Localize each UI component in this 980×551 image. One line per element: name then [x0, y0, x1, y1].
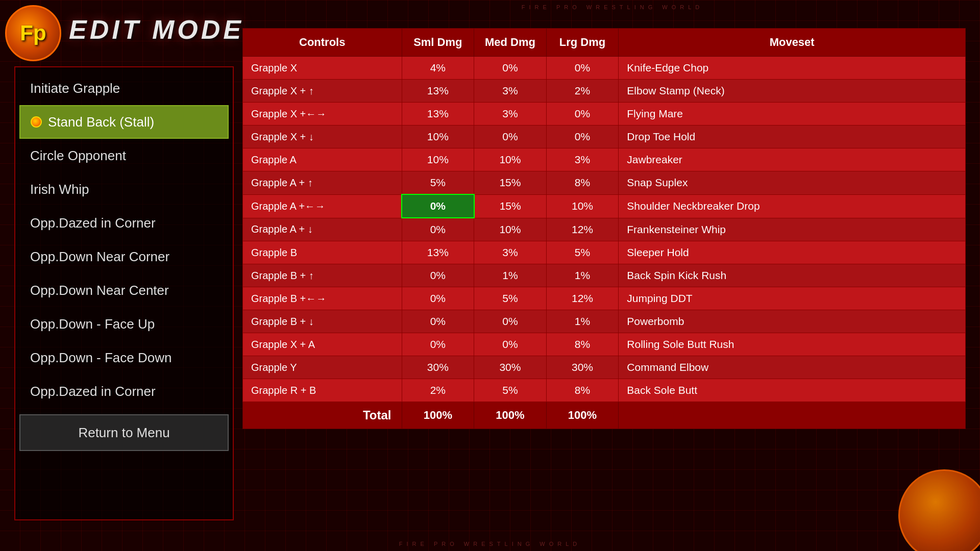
- table-row[interactable]: Grapple X4%0%0%Knife-Edge Chop: [243, 57, 966, 80]
- cell-med-dmg: 3%: [474, 241, 547, 264]
- cell-med-dmg: 0%: [474, 310, 547, 333]
- cell-med-dmg: 15%: [474, 194, 547, 218]
- sidebar-item-label: Opp.Dazed in Corner: [30, 215, 156, 231]
- table-row[interactable]: Grapple R + B2%5%8%Back Sole Butt: [243, 379, 966, 402]
- table-row[interactable]: Grapple X + ↓10%0%0%Drop Toe Hold: [243, 126, 966, 148]
- cell-med-dmg: 1%: [474, 264, 547, 287]
- table-row[interactable]: Grapple A10%10%3%Jawbreaker: [243, 148, 966, 171]
- cell-lrg-dmg: 10%: [546, 194, 619, 218]
- cell-sml-dmg: 0%: [402, 264, 474, 287]
- cell-sml-dmg: 13%: [402, 103, 474, 126]
- cell-controls: Grapple X + A: [243, 333, 402, 356]
- cell-lrg-dmg: 0%: [546, 103, 619, 126]
- sidebar-item-stand-back-stall[interactable]: Stand Back (Stall): [19, 105, 229, 139]
- sidebar-item-initiate-grapple[interactable]: Initiate Grapple: [19, 71, 229, 105]
- cell-sml-dmg: 13%: [402, 80, 474, 103]
- cell-med-dmg: 0%: [474, 333, 547, 356]
- total-lrg: 100%: [546, 402, 619, 429]
- cell-moveset[interactable]: Jawbreaker: [619, 148, 966, 171]
- cell-moveset[interactable]: Snap Suplex: [619, 171, 966, 195]
- cell-moveset[interactable]: Powerbomb: [619, 310, 966, 333]
- sidebar-item-label: Initiate Grapple: [30, 81, 120, 96]
- logo-text: Fp: [20, 21, 46, 45]
- cell-moveset[interactable]: Elbow Stamp (Neck): [619, 80, 966, 103]
- table-row[interactable]: Grapple X + A0%0%8%Rolling Sole Butt Rus…: [243, 333, 966, 356]
- cell-moveset[interactable]: Jumping DDT: [619, 287, 966, 310]
- cell-sml-dmg: 0%: [402, 287, 474, 310]
- cell-moveset[interactable]: Drop Toe Hold: [619, 126, 966, 148]
- col-moveset: Moveset: [619, 29, 966, 57]
- table-row[interactable]: Grapple B + ↑0%1%1%Back Spin Kick Rush: [243, 264, 966, 287]
- cell-sml-dmg: 4%: [402, 57, 474, 80]
- cell-moveset[interactable]: Rolling Sole Butt Rush: [619, 333, 966, 356]
- cell-lrg-dmg: 0%: [546, 126, 619, 148]
- cell-moveset[interactable]: Back Spin Kick Rush: [619, 264, 966, 287]
- cell-moveset[interactable]: Frankensteiner Whip: [619, 218, 966, 241]
- cell-sml-dmg: 2%: [402, 379, 474, 402]
- sidebar-item-label: Opp.Down Near Corner: [30, 249, 169, 265]
- total-label: Total: [243, 402, 402, 429]
- sidebar-item-opp-down-near-center[interactable]: Opp.Down Near Center: [19, 273, 229, 307]
- sidebar-item-opp-down-face-up[interactable]: Opp.Down - Face Up: [19, 307, 229, 341]
- total-med: 100%: [474, 402, 547, 429]
- cell-med-dmg: 10%: [474, 218, 547, 241]
- cell-med-dmg: 30%: [474, 356, 547, 379]
- sidebar-item-opp-dazed-corner-2[interactable]: Opp.Dazed in Corner: [19, 374, 229, 408]
- watermark-bottom: FIRE PRO WRESTLING WORLD: [0, 541, 980, 547]
- return-to-menu-button[interactable]: Return to Menu: [19, 414, 229, 451]
- total-moveset: [619, 402, 966, 429]
- cell-sml-dmg: 0%: [402, 333, 474, 356]
- table-row[interactable]: Grapple X + ↑13%3%2%Elbow Stamp (Neck): [243, 80, 966, 103]
- cell-sml-dmg: 0%: [402, 310, 474, 333]
- sidebar-item-label: Opp.Down - Face Up: [30, 316, 155, 332]
- sidebar-item-label: Irish Whip: [30, 182, 89, 197]
- cell-controls: Grapple X + ↓: [243, 126, 402, 148]
- cell-moveset[interactable]: Back Sole Butt: [619, 379, 966, 402]
- cell-controls: Grapple B + ↑: [243, 264, 402, 287]
- cell-moveset[interactable]: Command Elbow: [619, 356, 966, 379]
- sidebar-item-opp-down-face-down[interactable]: Opp.Down - Face Down: [19, 341, 229, 374]
- cell-moveset[interactable]: Sleeper Hold: [619, 241, 966, 264]
- table-row[interactable]: Grapple B13%3%5%Sleeper Hold: [243, 241, 966, 264]
- table-row[interactable]: Grapple X +←→13%3%0%Flying Mare: [243, 103, 966, 126]
- sidebar-item-opp-down-near-corner[interactable]: Opp.Down Near Corner: [19, 240, 229, 273]
- cell-controls: Grapple B +←→: [243, 287, 402, 310]
- table-row[interactable]: Grapple A + ↑5%15%8%Snap Suplex: [243, 171, 966, 195]
- table-row[interactable]: Grapple B + ↓0%0%1%Powerbomb: [243, 310, 966, 333]
- total-sml: 100%: [402, 402, 474, 429]
- cell-lrg-dmg: 1%: [546, 264, 619, 287]
- cell-lrg-dmg: 5%: [546, 241, 619, 264]
- cell-moveset[interactable]: Shoulder Neckbreaker Drop: [619, 194, 966, 218]
- cell-controls: Grapple B + ↓: [243, 310, 402, 333]
- sidebar-item-irish-whip[interactable]: Irish Whip: [19, 172, 229, 206]
- cell-controls: Grapple X +←→: [243, 103, 402, 126]
- table-row[interactable]: Grapple A +←→0%15%10%Shoulder Neckbreake…: [243, 194, 966, 218]
- cell-med-dmg: 3%: [474, 80, 547, 103]
- cell-med-dmg: 15%: [474, 171, 547, 195]
- table-row[interactable]: Grapple A + ↓0%10%12%Frankensteiner Whip: [243, 218, 966, 241]
- moveset-table-area: Controls Sml Dmg Med Dmg Lrg Dmg Moveset…: [242, 28, 966, 520]
- cell-moveset[interactable]: Flying Mare: [619, 103, 966, 126]
- cell-sml-dmg: 5%: [402, 171, 474, 195]
- left-panel: Initiate GrappleStand Back (Stall)Circle…: [14, 66, 234, 520]
- cell-lrg-dmg: 2%: [546, 80, 619, 103]
- cell-controls: Grapple A + ↑: [243, 171, 402, 195]
- cell-controls: Grapple X + ↑: [243, 80, 402, 103]
- active-item-icon: [31, 116, 42, 128]
- cell-controls: Grapple X: [243, 57, 402, 80]
- cell-lrg-dmg: 8%: [546, 333, 619, 356]
- table-row[interactable]: Grapple Y30%30%30%Command Elbow: [243, 356, 966, 379]
- cell-med-dmg: 0%: [474, 57, 547, 80]
- sidebar-item-label: Stand Back (Stall): [48, 114, 154, 130]
- moveset-table: Controls Sml Dmg Med Dmg Lrg Dmg Moveset…: [242, 28, 966, 429]
- cell-med-dmg: 10%: [474, 148, 547, 171]
- sidebar-item-circle-opponent[interactable]: Circle Opponent: [19, 139, 229, 172]
- sidebar-item-label: Opp.Down - Face Down: [30, 350, 172, 366]
- sidebar-item-label: Circle Opponent: [30, 148, 126, 164]
- col-lrg-dmg: Lrg Dmg: [546, 29, 619, 57]
- cell-moveset[interactable]: Knife-Edge Chop: [619, 57, 966, 80]
- table-row[interactable]: Grapple B +←→0%5%12%Jumping DDT: [243, 287, 966, 310]
- sidebar-item-opp-dazed-corner[interactable]: Opp.Dazed in Corner: [19, 206, 229, 240]
- cell-med-dmg: 0%: [474, 126, 547, 148]
- cell-lrg-dmg: 1%: [546, 310, 619, 333]
